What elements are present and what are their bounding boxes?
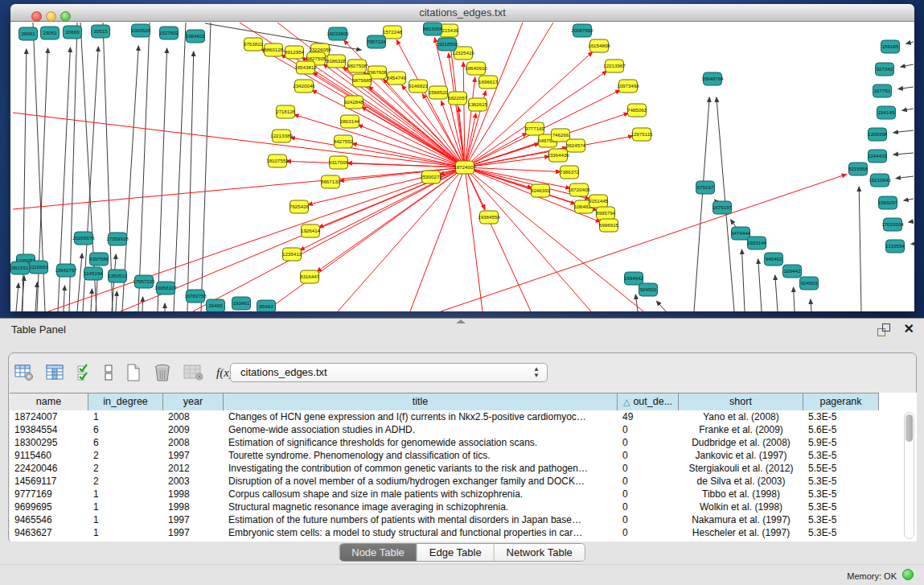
table-row[interactable]: 1456911722003Disruption of a novel membe… [10,475,917,488]
graph-edge[interactable] [265,167,465,311]
column-header-short[interactable]: short [679,393,803,410]
import-table-icon[interactable] [183,364,204,381]
graph-node[interactable]: 26661 [19,27,38,40]
graph-node[interactable]: 8860128 [264,43,284,56]
graph-node[interactable]: 16154808 [588,39,610,52]
graph-node[interactable]: 19218506 [436,38,458,51]
graph-node[interactable]: 1572248 [383,26,403,39]
graph-node[interactable]: 1005528 [131,24,151,37]
graph-node[interactable]: 946462 [765,253,783,266]
graph-edge[interactable] [465,167,643,311]
graph-node[interactable]: 109442 [783,265,802,278]
graph-node[interactable]: 7386372 [560,166,580,179]
graph-node[interactable]: 1210554 [885,240,906,253]
column-header-name[interactable]: name [10,393,88,410]
column-header-year[interactable]: year [163,393,224,410]
graph-node[interactable]: 8427552 [334,135,354,148]
tab-network-table[interactable]: Network Table [495,544,585,561]
graph-edge[interactable] [103,23,113,311]
graph-node[interactable]: 8912954 [285,46,305,59]
graph-node[interactable]: 13942757 [55,264,77,277]
graph-edge[interactable] [465,167,531,311]
graph-node[interactable]: 1926414 [301,225,321,237]
graph-node[interactable]: 20669 [64,26,82,39]
graph-edge[interactable] [694,97,709,311]
graph-node[interactable]: 2588520 [429,86,449,99]
graph-node[interactable]: 10973493 [617,80,639,93]
graph-edge[interactable] [656,301,666,311]
graph-edge[interactable] [893,130,914,133]
graph-node[interactable]: 1696617 [478,76,499,89]
graph-node[interactable]: 167751 [873,84,892,97]
table-row[interactable]: 977716911998Corpus callosum shape and si… [10,488,917,501]
graph-node[interactable]: 1115682 [29,261,48,274]
graph-node[interactable]: 9317006 [329,156,349,169]
column-header-pagerank[interactable]: pagerank [803,393,879,410]
graph-edge[interactable] [174,23,186,311]
table-row[interactable]: 1830029562008Estimation of significance … [10,436,917,449]
graph-edge[interactable] [142,297,143,311]
table-row[interactable]: 1872400712008Changes of HCN gene express… [10,410,917,423]
graph-node[interactable]: 1350513 [108,270,128,282]
graph-node[interactable]: 20087682 [571,24,593,37]
graph-node[interactable]: 12213389 [270,130,293,142]
table-row[interactable]: 946554611997Estimation of the future num… [10,513,917,526]
graph-node[interactable]: 193461 [232,297,251,310]
graph-node[interactable]: 159185 [881,40,900,53]
table-row[interactable]: 1938455462009Genome-wide association stu… [10,423,917,436]
graph-node[interactable]: 9763822 [244,38,264,51]
graph-edge[interactable] [794,287,795,311]
graph-node[interactable]: 8215958 [848,163,869,175]
show-column-icon[interactable] [46,364,65,381]
graph-node[interactable]: 1679197 [713,201,733,214]
graph-node[interactable]: 6822057 [448,92,468,105]
table-select-dropdown[interactable]: citations_edges.txt ▲▼ [230,363,548,382]
graph-node[interactable]: 7857224 [367,35,387,48]
tab-node-table[interactable]: Node Table [339,544,417,561]
graph-node[interactable]: 18724007 [454,161,476,174]
graph-node[interactable]: 1569297 [878,196,898,209]
graph-edge[interactable] [77,253,82,311]
graph-node[interactable]: 891591 [11,262,30,274]
graph-edge[interactable] [465,167,483,311]
graph-node[interactable]: 9246391 [531,184,551,197]
network-window-titlebar[interactable]: citations_edges.txt [10,4,914,22]
close-panel-icon[interactable]: ✕ [904,321,914,336]
graph-node[interactable]: 16720405 [568,183,590,196]
graph-node[interactable]: 1235413 [282,248,302,261]
graph-node[interactable]: 1209358 [868,128,888,141]
network-canvas[interactable]: 1872400797638228860128891295423226058982… [10,22,914,311]
table-row[interactable]: 2242004622012Investigating the contribut… [10,462,917,475]
graph-node[interactable]: 85463 [257,300,276,311]
graph-edge[interactable] [909,221,914,222]
graph-edge[interactable] [635,295,638,311]
graph-node[interactable]: 927342 [876,63,894,76]
graph-edge[interactable] [758,259,762,311]
graph-node[interactable]: 6996915 [599,219,619,232]
graph-edge[interactable] [465,156,549,167]
graph-node[interactable]: 23364436 [547,149,569,162]
float-panel-icon[interactable] [877,323,890,336]
graph-node[interactable]: 16782753 [184,290,207,303]
graph-node[interactable]: 19384554 [478,211,500,224]
rows-icon[interactable] [104,364,113,381]
delete-icon[interactable] [154,363,171,382]
graph-node[interactable]: 8316447 [300,270,320,283]
table-mode-icon[interactable] [14,364,34,381]
vertical-scrollbar[interactable] [904,412,914,539]
tab-edge-table[interactable]: Edge Table [417,544,495,561]
column-header-out_de[interactable]: △out_de... [618,393,679,410]
graph-edge[interactable] [64,286,64,311]
select-rows-icon[interactable] [77,364,92,381]
graph-node[interactable]: 18640910 [465,62,487,75]
graph-node[interactable]: 8454749 [387,72,407,84]
graph-node[interactable]: 924503 [800,277,819,290]
column-header-in_degree[interactable]: in_degree [88,393,163,410]
graph-edge[interactable] [893,153,914,154]
graph-node[interactable]: 20515 [92,25,110,38]
graph-node[interactable]: 194149 [877,106,896,119]
graph-node[interactable]: 17957225 [133,275,155,288]
graph-edge[interactable] [91,289,92,311]
graph-node[interactable]: 23420046 [293,80,315,93]
graph-node[interactable]: 1694642 [624,272,644,285]
